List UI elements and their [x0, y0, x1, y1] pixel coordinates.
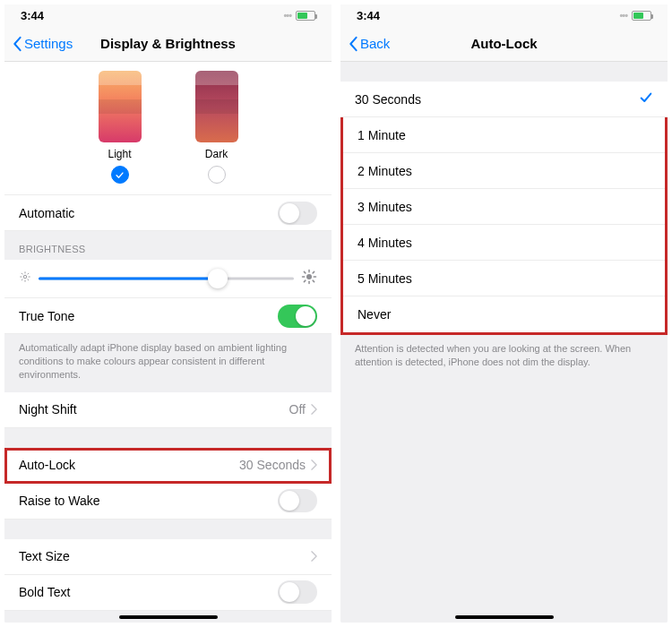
- text-size-label: Text Size: [19, 549, 70, 563]
- checkmark-icon: [639, 90, 653, 107]
- chevron-right-icon: [311, 460, 317, 470]
- automatic-toggle[interactable]: [278, 202, 317, 225]
- highlighted-options: 1 Minute 2 Minutes 3 Minutes 4 Minutes 5…: [340, 117, 668, 335]
- text-size-row[interactable]: Text Size: [4, 539, 332, 575]
- true-tone-label: True Tone: [19, 309, 74, 323]
- raise-to-wake-toggle[interactable]: [278, 489, 317, 512]
- brightness-slider-row: [4, 260, 332, 298]
- dark-preview-icon: [195, 71, 238, 142]
- option-5-minutes[interactable]: 5 Minutes: [343, 261, 665, 296]
- automatic-row[interactable]: Automatic: [4, 195, 332, 231]
- svg-line-7: [22, 279, 22, 280]
- automatic-label: Automatic: [19, 206, 74, 220]
- back-button[interactable]: Settings: [12, 36, 73, 52]
- svg-line-16: [304, 280, 306, 282]
- raise-to-wake-row[interactable]: Raise to Wake: [4, 484, 332, 520]
- status-time: 3:44: [357, 9, 380, 22]
- svg-line-17: [313, 271, 314, 273]
- true-tone-row[interactable]: True Tone: [4, 298, 332, 334]
- status-bar: 3:44 •••: [4, 4, 332, 26]
- true-tone-note: Automatically adapt iPhone display based…: [4, 334, 332, 392]
- back-label: Settings: [24, 36, 73, 51]
- svg-point-9: [306, 274, 312, 279]
- option-2-minutes[interactable]: 2 Minutes: [343, 153, 665, 189]
- option-label: 2 Minutes: [358, 164, 412, 178]
- bold-text-row[interactable]: Bold Text: [4, 575, 332, 611]
- sun-large-icon: [301, 269, 317, 288]
- option-label: 30 Seconds: [355, 92, 421, 107]
- bold-text-toggle[interactable]: [278, 580, 317, 604]
- home-indicator[interactable]: [119, 615, 218, 619]
- chevron-right-icon: [311, 551, 317, 562]
- option-label: 5 Minutes: [358, 271, 412, 286]
- appearance-light[interactable]: Light: [99, 71, 142, 184]
- battery-icon: [296, 11, 315, 21]
- auto-lock-screen: 3:44 ••• Back Auto-Lock 30 Seconds: [340, 4, 668, 623]
- display-brightness-screen: 3:44 ••• Settings Display & Brightness L…: [4, 4, 332, 623]
- svg-line-8: [28, 273, 29, 274]
- option-1-minute[interactable]: 1 Minute: [343, 117, 665, 153]
- option-30-seconds[interactable]: 30 Seconds: [340, 82, 668, 117]
- dark-label: Dark: [205, 148, 228, 160]
- light-preview-icon: [99, 71, 142, 142]
- checkmark-icon: [115, 170, 125, 180]
- option-4-minutes[interactable]: 4 Minutes: [343, 225, 665, 261]
- battery-icon: [632, 11, 651, 21]
- dark-radio[interactable]: [208, 166, 226, 184]
- sun-small-icon: [19, 271, 31, 287]
- brightness-slider[interactable]: [39, 269, 294, 288]
- light-label: Light: [108, 148, 131, 160]
- back-label: Back: [360, 36, 390, 51]
- nav-bar: Back Auto-Lock: [340, 26, 668, 62]
- light-radio[interactable]: [111, 166, 129, 184]
- status-time: 3:44: [21, 9, 44, 22]
- raise-to-wake-label: Raise to Wake: [19, 494, 100, 508]
- svg-line-5: [22, 273, 22, 274]
- night-shift-label: Night Shift: [19, 402, 77, 417]
- svg-line-6: [28, 279, 29, 280]
- night-shift-row[interactable]: Night Shift Off: [4, 392, 332, 428]
- status-bar: 3:44 •••: [340, 4, 668, 26]
- night-shift-value: Off: [289, 402, 306, 417]
- option-label: 3 Minutes: [358, 200, 412, 214]
- status-icons: •••: [283, 10, 315, 21]
- option-never[interactable]: Never: [343, 296, 665, 332]
- true-tone-toggle[interactable]: [278, 305, 317, 328]
- back-button[interactable]: Back: [348, 36, 390, 52]
- svg-line-15: [313, 280, 314, 282]
- auto-lock-footer: Attention is detected when you are looki…: [340, 335, 668, 380]
- chevron-left-icon: [348, 36, 358, 52]
- svg-point-0: [23, 275, 27, 279]
- home-indicator[interactable]: [455, 615, 554, 619]
- option-label: Never: [358, 307, 391, 322]
- appearance-dark[interactable]: Dark: [195, 71, 238, 184]
- svg-line-14: [304, 271, 306, 273]
- chevron-left-icon: [12, 36, 22, 52]
- auto-lock-value: 30 Seconds: [239, 458, 306, 472]
- page-title: Auto-Lock: [470, 36, 537, 51]
- auto-lock-label: Auto-Lock: [19, 458, 75, 472]
- option-3-minutes[interactable]: 3 Minutes: [343, 189, 665, 225]
- appearance-section: Light Dark: [4, 62, 332, 195]
- option-label: 4 Minutes: [358, 236, 412, 250]
- brightness-header: BRIGHTNESS: [4, 231, 332, 260]
- option-label: 1 Minute: [358, 128, 406, 142]
- auto-lock-row[interactable]: Auto-Lock 30 Seconds: [4, 448, 332, 484]
- nav-bar: Settings Display & Brightness: [4, 26, 332, 62]
- status-icons: •••: [619, 10, 651, 21]
- page-title: Display & Brightness: [100, 36, 236, 51]
- bold-text-label: Bold Text: [19, 585, 70, 599]
- chevron-right-icon: [311, 404, 317, 415]
